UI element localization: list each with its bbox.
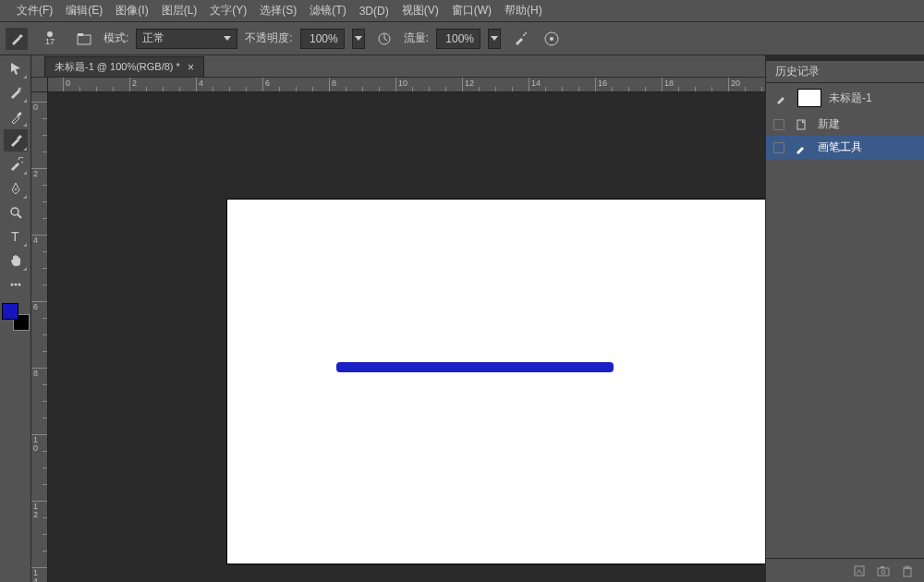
menu-edit[interactable]: 编辑(E) xyxy=(66,3,103,18)
svg-rect-18 xyxy=(855,566,864,576)
menu-image[interactable]: 图像(I) xyxy=(116,3,148,18)
menu-type[interactable]: 文字(Y) xyxy=(210,3,247,18)
ruler-tick-label: 8 xyxy=(33,370,38,378)
panel-dock: 历史记录 未标题-1 新建 画笔工具 xyxy=(765,55,924,582)
color-swatches[interactable] xyxy=(2,303,30,331)
ruler-tick-label: 6 xyxy=(33,303,38,311)
tool-zoom[interactable] xyxy=(4,201,28,224)
flow-label: 流量: xyxy=(404,30,429,46)
svg-rect-22 xyxy=(904,568,911,576)
tool-history-brush[interactable] xyxy=(4,153,28,176)
ruler-tick-label: 12 xyxy=(33,503,38,519)
flow-slider-toggle[interactable] xyxy=(488,29,501,49)
tool-brush[interactable] xyxy=(4,129,28,152)
menu-help[interactable]: 帮助(H) xyxy=(505,3,542,18)
svg-point-15 xyxy=(14,284,17,286)
tool-ellipsis[interactable] xyxy=(4,273,28,296)
brush-panel-toggle[interactable] xyxy=(72,27,96,51)
tool-move[interactable] xyxy=(4,57,28,79)
history-state-label: 画笔工具 xyxy=(818,139,862,155)
menu-view[interactable]: 视图(V) xyxy=(402,3,439,18)
canvas-viewport[interactable] xyxy=(48,92,765,582)
ruler-tick-label: 16 xyxy=(598,79,607,88)
tool-type[interactable]: T xyxy=(4,225,28,248)
menu-window[interactable]: 窗口(W) xyxy=(452,3,492,18)
tablet-pressure-icon xyxy=(376,30,393,47)
menu-select[interactable]: 选择(S) xyxy=(260,3,297,18)
ellipsis-icon xyxy=(8,277,23,292)
document-tab[interactable]: 未标题-1 @ 100%(RGB/8) * × xyxy=(44,56,204,77)
history-state-row[interactable]: 画笔工具 xyxy=(766,136,924,159)
svg-rect-24 xyxy=(906,566,909,568)
pressure-opacity-toggle[interactable] xyxy=(372,27,396,51)
toolbox: T xyxy=(0,55,31,582)
ruler-tick-label: 8 xyxy=(332,79,336,88)
brush-preset-picker[interactable]: 17 xyxy=(35,26,65,52)
mode-label: 模式: xyxy=(103,30,128,46)
svg-rect-17 xyxy=(797,120,805,129)
flow-input[interactable]: 100% xyxy=(436,29,480,49)
options-bar: 17 模式: 正常 不透明度: 100% 流量: 100% xyxy=(0,22,924,55)
svg-rect-1 xyxy=(78,35,91,44)
opacity-value: 100% xyxy=(310,32,338,45)
delete-state-button[interactable] xyxy=(900,564,915,578)
eyedropper-icon xyxy=(8,109,23,124)
ruler-tick-label: 14 xyxy=(531,79,541,88)
chevron-down-icon xyxy=(224,36,231,41)
history-visibility-toggle[interactable] xyxy=(773,142,784,153)
svg-point-5 xyxy=(525,32,527,34)
menu-filter[interactable]: 滤镜(T) xyxy=(310,3,346,18)
svg-line-12 xyxy=(18,214,21,218)
new-snapshot-button[interactable] xyxy=(876,564,891,578)
document-tab-title: 未标题-1 @ 100%(RGB/8) * xyxy=(55,60,180,74)
menu-3d[interactable]: 3D(D) xyxy=(359,5,389,18)
ruler-tick-label: 4 xyxy=(199,79,203,88)
airbrush-toggle[interactable] xyxy=(508,27,532,51)
history-panel-tab[interactable]: 历史记录 xyxy=(775,64,820,79)
blend-mode-dropdown[interactable]: 正常 xyxy=(136,29,237,49)
history-state-row[interactable]: 新建 xyxy=(766,113,924,136)
brush-icon xyxy=(9,31,24,46)
ruler-tick-label: 14 xyxy=(33,569,38,582)
pressure-size-toggle[interactable] xyxy=(540,27,564,51)
ruler-vertical[interactable]: 02468101214 xyxy=(31,92,48,582)
tool-hand[interactable] xyxy=(4,249,28,272)
opacity-input[interactable]: 100% xyxy=(300,29,345,49)
ruler-tick-label: 10 xyxy=(398,79,407,88)
foreground-color-swatch[interactable] xyxy=(2,303,18,320)
ruler-tick-label: 4 xyxy=(33,236,38,245)
brush-icon xyxy=(792,140,810,155)
brush-size-label: 17 xyxy=(45,37,55,46)
history-brush-source-icon[interactable] xyxy=(773,90,790,106)
chevron-down-icon xyxy=(491,36,498,41)
file-icon xyxy=(792,117,810,132)
create-document-from-state-button[interactable] xyxy=(852,564,867,578)
ruler-tick-label: 0 xyxy=(66,79,70,88)
folder-icon xyxy=(76,30,92,47)
opacity-slider-toggle[interactable] xyxy=(352,29,365,49)
tool-eyedropper[interactable] xyxy=(4,105,28,127)
svg-rect-21 xyxy=(881,566,884,568)
ruler-origin[interactable] xyxy=(31,78,48,92)
tool-pen[interactable] xyxy=(4,177,28,200)
canvas[interactable] xyxy=(227,200,765,564)
svg-point-4 xyxy=(523,34,525,36)
tool-magic-wand[interactable] xyxy=(4,81,28,103)
document-tabstrip: 未标题-1 @ 100%(RGB/8) * × xyxy=(31,55,765,78)
tool-preset-picker[interactable] xyxy=(6,28,28,50)
menu-bar: 文件(F) 编辑(E) 图像(I) 图层(L) 文字(Y) 选择(S) 滤镜(T… xyxy=(0,0,924,22)
close-icon[interactable]: × xyxy=(188,61,194,74)
history-panel: 未标题-1 新建 画笔工具 xyxy=(766,83,924,159)
menu-file[interactable]: 文件(F) xyxy=(17,3,53,18)
trash-icon xyxy=(900,564,915,578)
pen-icon xyxy=(8,181,23,196)
history-snapshot-row[interactable]: 未标题-1 xyxy=(766,83,924,113)
history-visibility-toggle[interactable] xyxy=(773,119,784,130)
svg-point-14 xyxy=(10,284,13,286)
svg-rect-2 xyxy=(78,33,83,36)
menu-layer[interactable]: 图层(L) xyxy=(162,3,198,18)
ruler-tick-label: 2 xyxy=(132,79,137,88)
brush-stroke xyxy=(336,362,614,372)
ruler-horizontal[interactable]: 02468101214161820 xyxy=(48,78,765,92)
ruler-tick-label: 18 xyxy=(664,79,674,88)
